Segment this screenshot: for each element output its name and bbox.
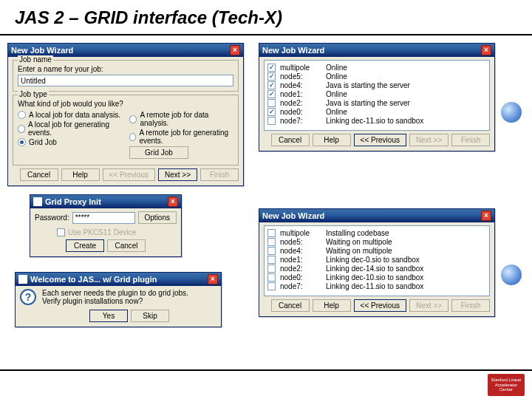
node-status: Online (326, 64, 347, 72)
previous-button[interactable]: << Previous (354, 299, 406, 312)
node-name: node7: (280, 117, 321, 125)
cancel-button[interactable]: Cancel (271, 134, 310, 146)
close-icon[interactable]: × (208, 274, 218, 284)
radio-remote-analysis[interactable] (129, 115, 137, 123)
help-button[interactable]: Help (313, 299, 351, 312)
node-status: Installing codebase (326, 229, 389, 237)
node-status: Linking dec-10.sio to sandbox (326, 273, 423, 282)
cancel-button[interactable]: Cancel (107, 239, 146, 252)
slide-title: JAS 2 – GRID interface (Tech-X) (0, 0, 532, 35)
node-status: Java is starting the server (326, 99, 410, 107)
node-checkbox[interactable] (267, 238, 276, 246)
globe-icon (501, 102, 522, 123)
close-icon[interactable]: × (481, 45, 491, 55)
radio-label: A remote job for data analysis. (140, 111, 233, 127)
globe-icon (501, 265, 522, 285)
node-checkbox[interactable] (267, 265, 276, 273)
node-name: multipole (280, 64, 321, 72)
node-name: multipole (280, 229, 321, 237)
help-button[interactable]: Help (313, 134, 351, 146)
node-name: node5: (280, 72, 321, 81)
finish-button[interactable]: Finish (451, 134, 490, 146)
finish-button[interactable]: Finish (451, 299, 490, 312)
titlebar[interactable]: Grid Proxy Init × (30, 195, 181, 208)
close-icon[interactable]: × (230, 45, 240, 55)
node-checkbox[interactable] (267, 90, 276, 98)
titlebar[interactable]: New Job Wizard × (259, 44, 494, 57)
node-name: node7: (280, 282, 321, 290)
next-button[interactable]: Next >> (409, 134, 449, 146)
node-name: node5: (280, 238, 321, 246)
radio-label: A local job for generating events. (28, 120, 122, 137)
password-input[interactable]: ***** (72, 212, 135, 224)
cancel-button[interactable]: Cancel (271, 299, 310, 312)
titlebar-text: Grid Proxy Init (45, 197, 101, 206)
radio-remote-generate[interactable] (129, 133, 136, 141)
node-status: Waiting on multipole (326, 238, 392, 246)
node-list[interactable]: multipoleOnline node5:Online node4:Java … (264, 60, 490, 131)
password-label: Password: (35, 214, 69, 222)
node-status: Online (326, 90, 347, 98)
node-checkbox[interactable] (267, 81, 276, 89)
window-grid-proxy: Grid Proxy Init × Password: ***** Option… (30, 194, 182, 257)
node-name: node0: (280, 108, 321, 116)
node-status: Online (326, 72, 347, 81)
node-list[interactable]: multipoleInstalling codebase node5:Waiti… (264, 225, 490, 296)
yes-button[interactable]: Yes (89, 310, 128, 322)
jobname-prompt: Enter a name for your job: (18, 65, 233, 73)
app-icon (18, 275, 27, 284)
node-checkbox[interactable] (267, 117, 276, 125)
titlebar-text: New Job Wizard (262, 46, 324, 55)
jobtype-legend: Job type (18, 90, 49, 98)
node-status: Linking dec-11.sio to sandbox (326, 282, 423, 290)
radio-local-generate[interactable] (18, 125, 25, 133)
next-button[interactable]: Next >> (158, 168, 197, 181)
titlebar[interactable]: New Job Wizard × (259, 209, 494, 222)
node-checkbox[interactable] (267, 64, 276, 72)
cancel-button[interactable]: Cancel (20, 168, 58, 181)
titlebar-text: Welcome to JAS... w/ Grid plugin (30, 275, 157, 284)
close-icon[interactable]: × (168, 197, 178, 207)
grid-job-button[interactable]: Grid Job (129, 146, 188, 159)
app-icon (33, 197, 42, 206)
node-status: Linking dec-0.sio to sandbox (326, 256, 420, 264)
node-checkbox[interactable] (267, 108, 276, 116)
node-checkbox[interactable] (267, 256, 276, 264)
jobname-input[interactable]: Untitled (18, 75, 233, 86)
create-button[interactable]: Create (66, 239, 104, 252)
titlebar-text: New Job Wizard (11, 46, 73, 55)
radio-label: A local job for data analysis. (29, 111, 120, 119)
radio-grid-job[interactable] (18, 138, 26, 146)
previous-button[interactable]: << Previous (103, 168, 155, 181)
skip-button[interactable]: Skip (131, 310, 169, 322)
node-status: Waiting on multipole (326, 247, 392, 255)
slac-logo: Stanford Linear Accelerator Center (488, 374, 525, 396)
radio-local-analysis[interactable] (18, 111, 26, 119)
pkcs11-label: Use PKCS11 Device (68, 228, 136, 236)
options-button[interactable]: Options (138, 211, 177, 224)
finish-button[interactable]: Finish (200, 168, 239, 181)
node-checkbox[interactable] (267, 247, 276, 255)
node-checkbox[interactable] (267, 273, 276, 282)
radio-label: A remote job for generating events. (139, 129, 233, 145)
close-icon[interactable]: × (481, 211, 491, 221)
window-job-wizard-1: New Job Wizard × Job name Enter a name f… (7, 43, 244, 186)
pkcs11-checkbox[interactable] (57, 228, 65, 236)
next-button[interactable]: Next >> (409, 299, 449, 312)
node-checkbox[interactable] (267, 99, 276, 107)
titlebar-text: New Job Wizard (262, 211, 324, 220)
welcome-line2: Verify plugin installations now? (42, 297, 216, 305)
radio-label: Grid Job (29, 138, 57, 146)
help-button[interactable]: Help (61, 168, 100, 181)
node-status: Linking dec-14.sio to sandbox (326, 265, 423, 273)
window-nodes-1: New Job Wizard × multipoleOnline node5:O… (259, 43, 495, 151)
node-checkbox[interactable] (267, 282, 276, 290)
node-checkbox[interactable] (267, 229, 276, 237)
info-icon: ? (20, 289, 36, 305)
titlebar[interactable]: Welcome to JAS... w/ Grid plugin × (16, 273, 221, 286)
node-checkbox[interactable] (267, 72, 276, 81)
node-name: node1: (280, 256, 321, 264)
node-name: node4: (280, 81, 321, 89)
node-name: node2: (280, 99, 321, 107)
previous-button[interactable]: << Previous (354, 134, 406, 146)
